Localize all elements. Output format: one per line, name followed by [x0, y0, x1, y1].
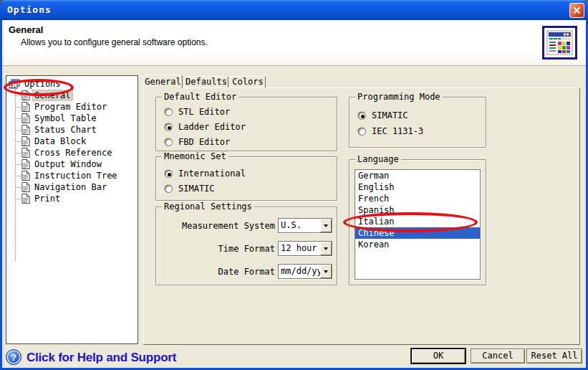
group-regional-settings: Regional Settings Measurement System U.S…	[155, 207, 337, 285]
radio-checked-icon	[358, 112, 366, 120]
options-dialog: Options General Allows you to configure …	[0, 0, 588, 370]
tree-item-label: Symbol Table	[33, 113, 98, 123]
radio-icon	[165, 185, 173, 193]
group-programming-mode: Programming Mode SIMATIC IEC 1131-3	[349, 97, 486, 148]
tree-item-label: Print	[33, 194, 62, 204]
chevron-down-icon	[324, 270, 328, 273]
dropdown-button[interactable]	[320, 219, 332, 232]
language-option-italian[interactable]: Italian	[355, 216, 480, 227]
language-option-french[interactable]: French	[355, 193, 480, 204]
row-date-format: Date Format mm/dd/yy	[156, 264, 332, 279]
radio-icon	[165, 108, 173, 116]
document-icon	[21, 194, 30, 204]
chevron-down-icon	[324, 247, 328, 250]
cancel-button[interactable]: Cancel	[471, 348, 525, 364]
tree-item-label: Instruction Tree	[33, 171, 119, 181]
dropdown-button[interactable]	[320, 242, 332, 255]
options-tree: Options General Program Editor Symbol Ta…	[6, 75, 138, 344]
tree-root-label: Options	[23, 79, 62, 89]
general-tab-panel: Default Editor STL Editor Ladder Editor …	[143, 87, 580, 345]
title-bar: Options	[0, 0, 588, 20]
tab-colors[interactable]: Colors	[230, 76, 266, 87]
time-format-label: Time Format	[156, 244, 275, 254]
radio-simatic-mode[interactable]: SIMATIC	[358, 110, 408, 120]
tab-general[interactable]: General	[143, 75, 183, 88]
tree-item-program-editor[interactable]: Program Editor	[6, 101, 138, 113]
tree-item-navigation-bar[interactable]: Navigation Bar	[6, 181, 138, 193]
tree-item-label: Output Window	[33, 159, 103, 169]
chevron-down-icon	[324, 224, 328, 227]
tree-item-data-block[interactable]: Data Block	[6, 136, 138, 147]
tab-defaults[interactable]: Defaults	[184, 76, 228, 87]
group-label: Programming Mode	[355, 92, 443, 102]
radio-simatic-mnemonic[interactable]: SIMATIC	[165, 184, 215, 194]
document-icon	[21, 171, 30, 181]
radio-stl-editor[interactable]: STL Editor	[165, 107, 230, 117]
time-format-select[interactable]: 12 hour	[278, 241, 332, 256]
options-folder-icon	[9, 79, 20, 89]
measurement-system-select[interactable]: U.S.	[278, 218, 332, 233]
tree-item-cross-reference[interactable]: Cross Reference	[6, 147, 138, 158]
document-icon	[21, 90, 30, 100]
tree-item-label: Status Chart	[33, 125, 98, 135]
language-option-korean[interactable]: Korean	[355, 239, 480, 250]
document-icon	[21, 148, 30, 158]
group-label: Regional Settings	[162, 201, 254, 212]
tree-item-status-chart[interactable]: Status Chart	[6, 124, 138, 136]
close-icon	[573, 6, 581, 14]
page-description: Allows you to configure general software…	[21, 37, 208, 47]
tree-item-instruction-tree[interactable]: Instruction Tree	[6, 170, 138, 181]
language-option-english[interactable]: English	[355, 181, 480, 193]
radio-checked-icon	[165, 123, 173, 131]
tree-item-output-window[interactable]: Output Window	[6, 158, 138, 170]
group-label: Default Editor	[162, 92, 238, 102]
tree-item-label: General	[33, 90, 72, 100]
dropdown-button[interactable]	[320, 265, 332, 278]
reset-all-button[interactable]: Reset All	[526, 348, 582, 364]
group-mnemonic-set: Mnemonic Set International SIMATIC	[155, 156, 337, 201]
group-label: Mnemonic Set	[162, 151, 228, 161]
date-format-select[interactable]: mm/dd/yy	[278, 264, 332, 279]
tree-root-options[interactable]: Options	[6, 78, 138, 90]
radio-international[interactable]: International	[165, 169, 246, 179]
radio-icon	[358, 128, 366, 136]
date-format-label: Date Format	[156, 267, 275, 277]
document-icon	[21, 102, 30, 112]
dialog-body: General Allows you to configure general …	[2, 20, 586, 368]
group-label: Language	[355, 154, 401, 164]
options-preview-icon	[542, 26, 577, 60]
document-icon	[21, 136, 30, 146]
help-link[interactable]: Click for Help and Support	[26, 351, 176, 365]
radio-ladder-editor[interactable]: Ladder Editor	[165, 122, 246, 132]
group-default-editor: Default Editor STL Editor Ladder Editor …	[155, 97, 337, 151]
tree-item-label: Cross Reference	[33, 148, 113, 158]
radio-fbd-editor[interactable]: FBD Editor	[165, 137, 230, 147]
tree-item-print[interactable]: Print	[6, 193, 138, 204]
page-title: General	[9, 24, 43, 35]
tree-item-symbol-table[interactable]: Symbol Table	[6, 113, 138, 124]
document-icon	[21, 159, 30, 169]
window-title: Options	[7, 4, 52, 15]
group-language: Language German English French Spanish I…	[349, 159, 486, 285]
row-time-format: Time Format 12 hour	[156, 241, 332, 256]
tree-item-general[interactable]: General	[6, 90, 138, 101]
header-band: General Allows you to configure general …	[2, 20, 586, 66]
document-icon	[21, 182, 30, 192]
language-option-spanish[interactable]: Spanish	[355, 204, 480, 216]
radio-icon	[165, 138, 173, 146]
close-button[interactable]	[569, 3, 584, 18]
language-listbox[interactable]: German English French Spanish Italian Ch…	[355, 169, 481, 280]
language-option-chinese[interactable]: Chinese	[355, 227, 480, 239]
ok-button[interactable]: OK	[411, 348, 466, 364]
tree-item-label: Data Block	[33, 136, 87, 146]
document-icon	[21, 125, 30, 135]
radio-iec-1131-3[interactable]: IEC 1131-3	[358, 126, 423, 136]
radio-checked-icon	[165, 170, 173, 178]
help-icon[interactable]: ?	[6, 349, 21, 365]
row-measurement-system: Measurement System U.S.	[156, 218, 332, 233]
language-option-german[interactable]: German	[355, 170, 480, 181]
document-icon	[21, 113, 30, 123]
tree-item-label: Program Editor	[33, 102, 108, 112]
tree-item-label: Navigation Bar	[33, 182, 108, 192]
measurement-system-label: Measurement System	[156, 221, 275, 231]
